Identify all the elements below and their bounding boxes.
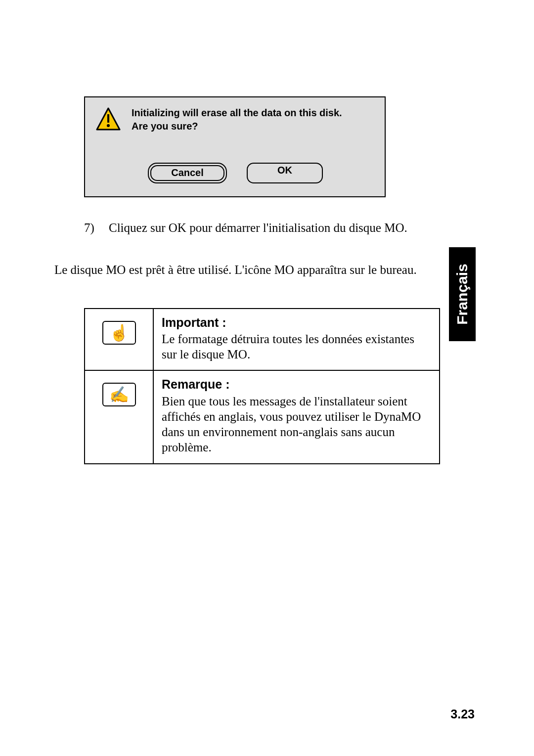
ok-button[interactable]: OK xyxy=(247,163,323,183)
pointing-hand-icon: ☝ xyxy=(102,321,136,345)
step-7: 7) Cliquez sur OK pour démarrer l'initia… xyxy=(84,221,475,235)
important-text-cell: Important : Le formatage détruira toutes… xyxy=(153,309,440,371)
callout-table: ☝ Important : Le formatage détruira tout… xyxy=(84,308,440,464)
dialog-message-line2: Are you sure? xyxy=(132,120,342,133)
dialog-message: Initializing will erase all the data on … xyxy=(132,106,342,133)
writing-hand-icon: ✍ xyxy=(102,383,136,406)
language-tab-label: Français xyxy=(454,264,471,324)
step-number: 7) xyxy=(84,221,109,235)
remark-title: Remarque : xyxy=(162,377,431,392)
table-row: ✍ Remarque : Bien que tous les messages … xyxy=(85,370,440,463)
remark-icon-cell: ✍ xyxy=(85,370,153,463)
language-tab: Français xyxy=(449,247,476,341)
remark-text-cell: Remarque : Bien que tous les messages de… xyxy=(153,370,440,463)
important-icon-cell: ☝ xyxy=(85,309,153,371)
step-text: Cliquez sur OK pour démarrer l'initialis… xyxy=(109,221,407,235)
body-paragraph: Le disque MO est prêt à être utilisé. L'… xyxy=(54,262,475,278)
manual-page: Initializing will erase all the data on … xyxy=(0,0,534,756)
svg-point-2 xyxy=(107,124,110,127)
svg-rect-1 xyxy=(107,114,109,123)
dialog-button-row: Cancel OK xyxy=(96,163,375,185)
confirm-dialog: Initializing will erase all the data on … xyxy=(84,96,386,197)
page-number: 3.23 xyxy=(450,707,475,721)
dialog-body: Initializing will erase all the data on … xyxy=(96,106,375,133)
remark-text: Bien que tous les messages de l'installa… xyxy=(162,394,431,455)
important-text: Le formatage détruira toutes les données… xyxy=(162,331,431,362)
table-row: ☝ Important : Le formatage détruira tout… xyxy=(85,309,440,371)
important-title: Important : xyxy=(162,315,431,330)
cancel-button[interactable]: Cancel xyxy=(150,165,224,181)
warning-icon xyxy=(96,107,121,131)
cancel-button-wrapper: Cancel xyxy=(148,163,227,183)
dialog-message-line1: Initializing will erase all the data on … xyxy=(132,106,342,120)
